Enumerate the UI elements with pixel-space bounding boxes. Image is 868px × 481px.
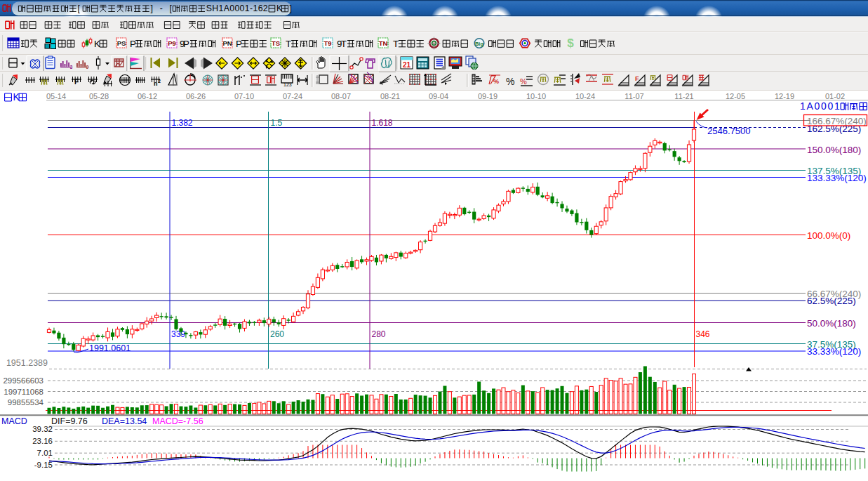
svg-text:339: 339 (171, 329, 185, 339)
svg-text:%: % (493, 78, 499, 85)
svg-text:08-21: 08-21 (380, 92, 400, 100)
svg-text:07-10: 07-10 (234, 92, 254, 100)
svg-text:TS: TS (272, 39, 280, 47)
svg-text:1.382: 1.382 (172, 118, 193, 128)
svg-text:MACD: MACD (1, 416, 27, 426)
svg-text:$: $ (567, 37, 574, 50)
svg-text:9: 9 (86, 65, 89, 70)
svg-text:1991.0601: 1991.0601 (89, 343, 131, 353)
svg-text:09-04: 09-04 (429, 92, 448, 100)
svg-text:12-19: 12-19 (775, 92, 794, 100)
svg-text:12-05: 12-05 (726, 92, 745, 100)
svg-text:123: 123 (283, 82, 292, 87)
svg-text:150.0%(180): 150.0%(180) (807, 145, 861, 155)
svg-text:Big: Big (475, 41, 484, 47)
svg-text:1.5: 1.5 (271, 118, 283, 128)
svg-text:P9: P9 (168, 39, 176, 47)
svg-text:06-26: 06-26 (186, 92, 206, 100)
svg-text:260: 260 (270, 329, 284, 339)
svg-text:50.0%(180): 50.0%(180) (807, 318, 856, 329)
svg-text:11-07: 11-07 (625, 92, 643, 100)
svg-text:06-12: 06-12 (138, 92, 157, 100)
svg-text:T9: T9 (323, 39, 331, 47)
svg-text:]: ] (290, 4, 292, 13)
svg-text:280: 280 (372, 329, 386, 339)
svg-text:346: 346 (696, 329, 710, 339)
svg-text:F: F (74, 78, 79, 86)
svg-text:99855534: 99855534 (8, 398, 44, 407)
svg-text:62.5%(225): 62.5%(225) (807, 296, 856, 306)
svg-text:DEA=13.54: DEA=13.54 (102, 416, 147, 426)
svg-text:299566603: 299566603 (3, 376, 44, 385)
svg-text:3: 3 (70, 65, 73, 70)
svg-text:1951.2389: 1951.2389 (6, 358, 48, 368)
svg-text:%: % (506, 76, 514, 87)
svg-text:39.32: 39.32 (32, 425, 53, 433)
svg-text:T: T (393, 39, 399, 49)
svg-text:162.5%(225): 162.5%(225) (807, 124, 861, 134)
svg-text:10-24: 10-24 (575, 92, 595, 100)
svg-text:133.33%(120): 133.33%(120) (807, 173, 867, 183)
svg-text:11-21: 11-21 (674, 92, 693, 100)
svg-text:08-07: 08-07 (331, 92, 351, 100)
svg-text:1.618: 1.618 (372, 118, 393, 128)
svg-text:01-02: 01-02 (825, 92, 845, 100)
svg-text:TN: TN (379, 39, 388, 47)
svg-text:05-28: 05-28 (89, 92, 109, 100)
svg-text:100.0%(0): 100.0%(0) (807, 230, 850, 241)
svg-text:DIF=9.76: DIF=9.76 (51, 416, 88, 426)
svg-text:09-19: 09-19 (478, 92, 498, 100)
svg-text:n: n (154, 80, 158, 87)
svg-text:F: F (635, 75, 639, 82)
svg-text:23.16: 23.16 (32, 437, 53, 445)
svg-text:P: P (130, 39, 136, 49)
svg-text:10-10: 10-10 (526, 92, 546, 100)
svg-text:P: P (236, 39, 242, 49)
svg-text:33.33%(120): 33.33%(120) (807, 346, 861, 357)
svg-text:%: % (520, 77, 527, 86)
svg-text:9P: 9P (180, 39, 189, 49)
svg-text:2546.7500: 2546.7500 (707, 126, 750, 136)
svg-text:05-14: 05-14 (46, 92, 66, 100)
svg-text:199711068: 199711068 (4, 388, 44, 396)
svg-text:PS: PS (117, 39, 126, 47)
svg-text:T: T (286, 39, 291, 49)
svg-text:MACD=-7.56: MACD=-7.56 (152, 416, 203, 426)
svg-text:07-24: 07-24 (283, 92, 302, 100)
svg-text:7.01: 7.01 (37, 449, 53, 457)
svg-text:SH1A0001-162: SH1A0001-162 (206, 4, 268, 13)
svg-text:21: 21 (403, 61, 411, 69)
svg-text:PN: PN (222, 39, 232, 47)
svg-text:9T: 9T (337, 39, 347, 49)
svg-text:[: [ (77, 4, 80, 13)
svg-text:2: 2 (158, 79, 161, 84)
